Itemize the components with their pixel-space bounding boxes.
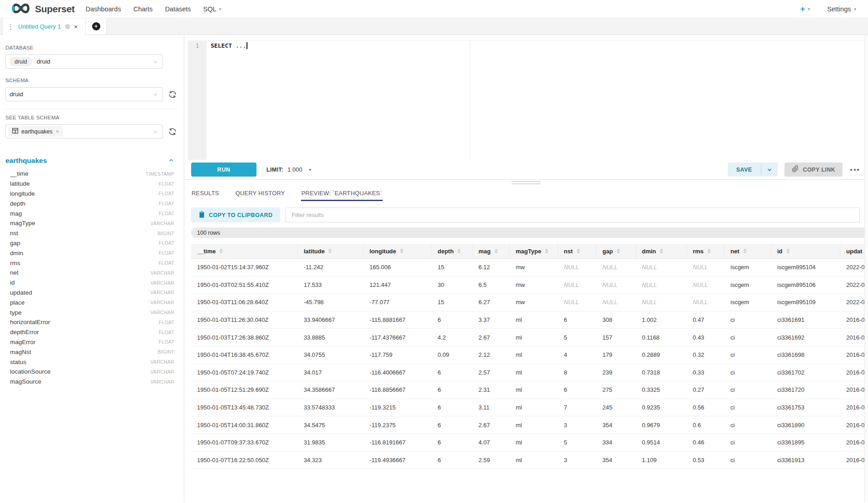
schema-column-type: TIMESTAMP: [146, 171, 174, 177]
table-select[interactable]: earthquakes ×: [5, 124, 163, 138]
schema-select[interactable]: druid: [5, 87, 163, 101]
table-cell: 2016-0: [840, 457, 865, 464]
schema-column-type: VARCHAR: [150, 290, 174, 295]
table-cell: 0.56: [687, 404, 725, 411]
schema-column: magNstBIGINT: [5, 347, 174, 357]
sql-editor[interactable]: 1 SELECT ...: [188, 40, 868, 160]
run-button[interactable]: RUN: [191, 163, 256, 177]
column-header-longitude[interactable]: longitude: [364, 244, 432, 258]
schema-column-name: magSource: [10, 378, 41, 385]
limit-dropdown[interactable]: LIMIT: 1 000 ▾: [266, 166, 311, 173]
nav-item-sql[interactable]: SQL▾: [203, 5, 222, 13]
column-header-nst[interactable]: nst: [558, 244, 597, 258]
close-icon[interactable]: ×: [74, 24, 78, 30]
column-header-id[interactable]: id: [771, 244, 840, 258]
vertical-scrollbar[interactable]: [864, 35, 868, 503]
schema-column-type: VARCHAR: [150, 359, 174, 365]
column-header-mag[interactable]: mag: [473, 244, 510, 258]
table-cell: ci: [725, 386, 771, 393]
column-header-label: updat: [846, 248, 862, 255]
table-cell: NULL: [597, 281, 636, 288]
copy-to-clipboard-label: COPY TO CLIPBOARD: [209, 212, 272, 218]
table-cell: 33.9406667: [298, 316, 364, 323]
remove-table-icon[interactable]: ×: [56, 128, 59, 135]
copy-link-button[interactable]: COPY LINK: [784, 163, 843, 177]
nav-item-dashboards[interactable]: Dashboards: [85, 5, 121, 13]
table-cell: -117.4376667: [364, 334, 432, 341]
table-cell: 275: [597, 386, 636, 393]
schema-column-name: place: [10, 299, 25, 306]
schema-column-type: FLOAT: [158, 320, 174, 325]
save-split-button[interactable]: SAVE: [728, 163, 778, 177]
database-select[interactable]: druid druid: [5, 54, 163, 69]
results-tab-query-history[interactable]: QUERY HISTORY: [235, 187, 285, 201]
table-cell: 34.5475: [298, 422, 364, 429]
schema-column: longitudeFLOAT: [5, 189, 174, 199]
table-cell: 1950-01-03T11:26:30.040Z: [191, 316, 298, 323]
schema-column: rmsFLOAT: [5, 258, 174, 268]
more-menu-icon[interactable]: [849, 166, 860, 173]
column-header-net[interactable]: net: [725, 244, 771, 258]
schema-column-type: VARCHAR: [150, 280, 174, 286]
table-row: 1950-01-07T16:22:50.050Z34.323-119.49366…: [191, 452, 865, 469]
column-header-label: id: [777, 248, 783, 255]
table-cell: ci: [725, 351, 771, 358]
save-menu-button[interactable]: [761, 163, 778, 177]
drag-handle-icon[interactable]: ⋮: [7, 23, 14, 30]
refresh-tables-icon[interactable]: [168, 127, 177, 136]
save-button[interactable]: SAVE: [728, 163, 761, 177]
column-header-label: depth: [438, 248, 454, 255]
table-cell: 354: [597, 422, 636, 429]
results-tabs: RESULTSQUERY HISTORYPREVIEW: `EARTHQUAKE…: [184, 187, 868, 201]
table-cell: 157: [597, 334, 636, 341]
table-cell: ci: [725, 334, 771, 341]
table-cell: ml: [510, 457, 558, 464]
new-query-button[interactable]: + ▾: [800, 5, 810, 13]
add-query-tab-button[interactable]: +: [86, 18, 107, 35]
column-header-magtype[interactable]: magType: [510, 244, 558, 258]
pane-resize-handle[interactable]: [184, 180, 868, 186]
column-header-label: dmin: [642, 248, 656, 255]
schema-column: updatedVARCHAR: [5, 288, 174, 298]
table-cell: 0.53: [687, 457, 725, 464]
caret-down-icon: ▾: [309, 168, 311, 172]
results-tab-results[interactable]: RESULTS: [191, 187, 219, 201]
column-header-dmin[interactable]: dmin: [636, 244, 687, 258]
limit-value: 1 000: [287, 166, 302, 173]
table-cell: 1.109: [636, 457, 687, 464]
table-cell: ci: [725, 457, 771, 464]
filter-results-input[interactable]: [286, 207, 860, 222]
table-row: 1950-01-05T13:45:48.730Z33.5748333-119.3…: [191, 399, 865, 417]
chevron-down-icon: [153, 129, 158, 136]
table-cell: iscgem: [725, 281, 771, 288]
refresh-schema-icon[interactable]: [168, 90, 177, 99]
table-cell: 5: [558, 334, 597, 341]
nav-item-charts[interactable]: Charts: [133, 5, 153, 13]
editor-code-area[interactable]: SELECT ...: [207, 41, 868, 160]
column-header-rms[interactable]: rms: [687, 244, 725, 258]
table-cell: NULL: [687, 299, 725, 306]
results-tab-preview-earthquakes[interactable]: PREVIEW: `EARTHQUAKES`: [301, 187, 383, 201]
settings-menu[interactable]: Settings ▾: [827, 5, 856, 13]
table-cell: 6: [432, 386, 473, 393]
schema-column-type: VARCHAR: [150, 310, 174, 315]
schema-label: SCHEMA: [5, 78, 177, 83]
nav-item-datasets[interactable]: Datasets: [165, 5, 191, 13]
column-header-latitude[interactable]: latitude: [298, 244, 364, 258]
column-header-updat[interactable]: updat: [840, 244, 865, 258]
column-header-label: nst: [564, 248, 573, 255]
column-header-depth[interactable]: depth: [432, 244, 473, 258]
schema-column-type: BIGINT: [158, 231, 174, 236]
column-header-time[interactable]: __time: [191, 244, 298, 258]
schema-column: latitudeFLOAT: [5, 179, 174, 189]
query-tab-active[interactable]: ⋮ Untitled Query 1 ×: [2, 18, 86, 35]
table-cell: -117.759: [364, 351, 432, 358]
table-cell: NULL: [687, 281, 725, 288]
copy-to-clipboard-button[interactable]: COPY TO CLIPBOARD: [191, 207, 280, 222]
superset-brand[interactable]: Superset: [10, 2, 74, 16]
collapse-table-icon[interactable]: [168, 157, 174, 165]
table-cell: NULL: [597, 299, 636, 306]
column-header-gap[interactable]: gap: [597, 244, 636, 258]
table-cell: 1.002: [636, 316, 687, 323]
table-cell: 2022-0: [840, 299, 865, 306]
